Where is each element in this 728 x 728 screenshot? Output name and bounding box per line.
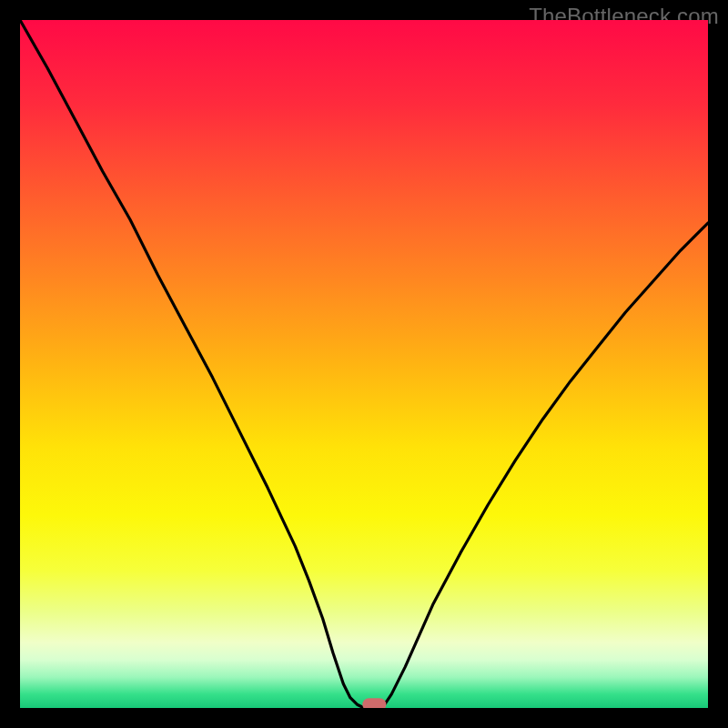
chart-svg [20, 20, 708, 708]
plot-area [20, 20, 708, 708]
bottleneck-chart: TheBottleneck.com [0, 0, 728, 728]
gradient-background [20, 20, 708, 708]
optimum-marker [362, 698, 386, 708]
